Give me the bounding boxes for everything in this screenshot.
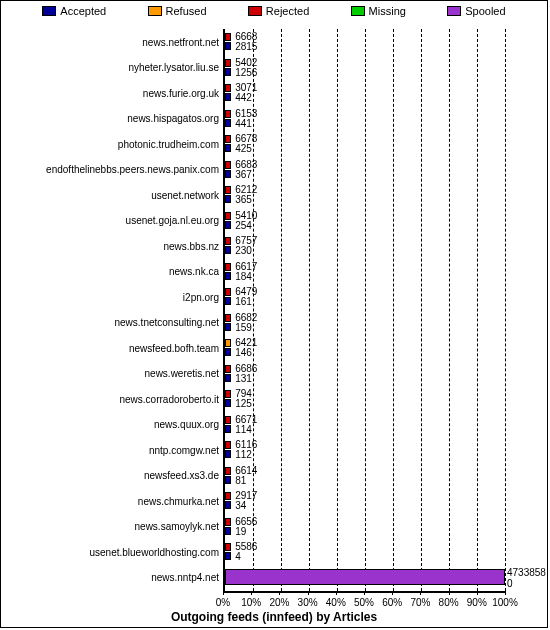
value-label-bot: 34	[235, 501, 246, 511]
bar-secondary	[225, 93, 231, 101]
x-tick-label: 0%	[216, 597, 230, 608]
bar-secondary	[225, 476, 231, 484]
legend-swatch	[148, 6, 162, 16]
legend: AcceptedRefusedRejectedMissingSpooled	[1, 5, 547, 17]
row-host-label: news.samoylyk.net	[135, 521, 219, 532]
value-label-bot: 0	[507, 578, 513, 589]
legend-item: Missing	[351, 5, 406, 17]
data-row: nntp.comgw.net6116112	[225, 437, 505, 463]
value-label-top: 6617	[235, 262, 257, 272]
bar-primary	[225, 110, 231, 118]
bar-secondary	[225, 501, 231, 509]
data-row: news.weretis.net6686131	[225, 361, 505, 387]
bar-primary	[225, 390, 231, 398]
bar-secondary	[225, 323, 231, 331]
bar-secondary	[225, 297, 231, 305]
bar-primary	[225, 135, 231, 143]
data-row: news.quux.org6671114	[225, 412, 505, 438]
bar-primary	[225, 288, 231, 296]
row-host-label: i2pn.org	[183, 291, 219, 302]
bar-primary	[225, 441, 231, 449]
data-row: usenet.goja.nl.eu.org5410254	[225, 208, 505, 234]
legend-swatch	[42, 6, 56, 16]
row-host-label: usenet.network	[151, 189, 219, 200]
value-label-top: 4733858	[507, 567, 546, 578]
bar-primary	[225, 365, 231, 373]
legend-label: Refused	[166, 5, 207, 17]
value-label-top: 6153	[235, 109, 257, 119]
x-tick-label: 80%	[439, 597, 459, 608]
bar-secondary	[225, 170, 231, 178]
bar-primary	[225, 518, 231, 526]
value-label-bot: 367	[235, 170, 252, 180]
value-label-top: 6683	[235, 160, 257, 170]
x-tick-label: 40%	[326, 597, 346, 608]
row-host-label: usenet.blueworldhosting.com	[89, 546, 219, 557]
x-tick-label: 50%	[354, 597, 374, 608]
bar-primary	[225, 59, 231, 67]
data-row: i2pn.org6479161	[225, 284, 505, 310]
x-axis: 0%10%20%30%40%50%60%70%80%90%100%	[223, 595, 505, 609]
value-label-top: 6671	[235, 415, 257, 425]
value-label-top: 6686	[235, 364, 257, 374]
bar-secondary	[225, 348, 231, 356]
x-tick-label: 70%	[410, 597, 430, 608]
value-label-bot: 125	[235, 399, 252, 409]
data-row: news.nntp4.net	[225, 565, 505, 591]
bar-secondary	[225, 450, 231, 458]
row-host-label: photonic.trudheim.com	[118, 138, 219, 149]
data-row: endofthelinebbs.peers.news.panix.com6683…	[225, 157, 505, 183]
legend-swatch	[248, 6, 262, 16]
x-tick-label: 60%	[382, 597, 402, 608]
bar-primary	[225, 314, 231, 322]
bar-primary	[225, 84, 231, 92]
value-label-bot: 2815	[235, 42, 257, 52]
row-host-label: nyheter.lysator.liu.se	[128, 62, 219, 73]
row-host-label: usenet.goja.nl.eu.org	[126, 215, 219, 226]
legend-swatch	[351, 6, 365, 16]
value-label-top: 6656	[235, 517, 257, 527]
value-label-top: 6614	[235, 466, 257, 476]
data-row: newsfeed.xs3.de661481	[225, 463, 505, 489]
legend-label: Accepted	[60, 5, 106, 17]
bar-secondary	[225, 42, 231, 50]
value-label-bot: 442	[235, 93, 252, 103]
value-label-bot: 161	[235, 297, 252, 307]
bar-primary	[225, 339, 231, 347]
row-host-label: newsfeed.bofh.team	[129, 342, 219, 353]
row-host-label: news.chmurka.net	[138, 495, 219, 506]
x-tick-label: 10%	[241, 597, 261, 608]
gridline	[505, 29, 506, 591]
bar-primary	[225, 33, 231, 41]
value-label-bot: 81	[235, 476, 246, 486]
data-row: usenet.network6212365	[225, 182, 505, 208]
data-row: news.nk.ca6617184	[225, 259, 505, 285]
x-tick-label: 100%	[492, 597, 518, 608]
plot-area: news.netfront.net66682815nyheter.lysator…	[223, 29, 505, 593]
bar-primary	[225, 467, 231, 475]
bar-secondary	[225, 144, 231, 152]
value-label-bot: 365	[235, 195, 252, 205]
value-label-bot: 159	[235, 323, 252, 333]
legend-swatch	[447, 6, 461, 16]
value-label-bot: 425	[235, 144, 252, 154]
bar-secondary	[225, 272, 231, 280]
legend-label: Spooled	[465, 5, 505, 17]
value-label-bot: 254	[235, 221, 252, 231]
value-label-top: 6682	[235, 313, 257, 323]
bar-secondary	[225, 399, 231, 407]
bar-secondary	[225, 246, 231, 254]
row-host-label: news.furie.org.uk	[143, 87, 219, 98]
legend-item: Refused	[148, 5, 207, 17]
bar-primary	[225, 416, 231, 424]
data-row: news.bbs.nz6757230	[225, 233, 505, 259]
row-host-label: news.tnetconsulting.net	[114, 317, 219, 328]
x-tick-label: 90%	[467, 597, 487, 608]
data-row: nyheter.lysator.liu.se54021256	[225, 55, 505, 81]
data-row: news.netfront.net66682815	[225, 29, 505, 55]
row-host-label: news.corradoroberto.it	[120, 393, 220, 404]
value-label-bot: 114	[235, 425, 252, 435]
bar-primary	[225, 161, 231, 169]
data-row: photonic.trudheim.com6678425	[225, 131, 505, 157]
value-label-bot: 230	[235, 246, 252, 256]
